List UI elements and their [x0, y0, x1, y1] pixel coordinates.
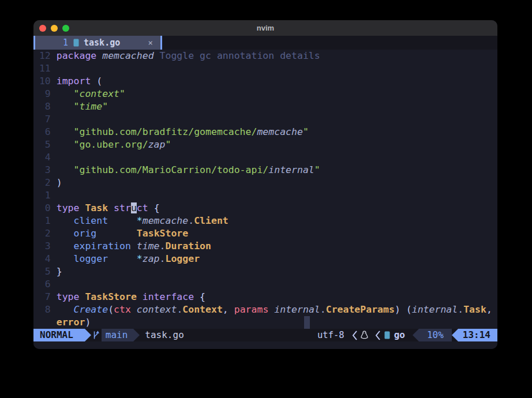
- code-line[interactable]: 2 orig TaskStore: [33, 227, 497, 240]
- code-line[interactable]: 7type TaskStore interface {: [33, 291, 497, 303]
- line-number: 1: [33, 215, 51, 227]
- line-number: 11: [33, 62, 51, 75]
- cursor-position: 13:14: [458, 329, 497, 341]
- line-number: 3: [33, 240, 51, 253]
- tab-filename: task.go: [84, 37, 120, 48]
- command-line: [33, 341, 497, 349]
- filetype-icon: [384, 331, 390, 339]
- line-number: 1: [33, 189, 51, 202]
- code-line[interactable]: 5 "go.uber.org/zap": [33, 138, 497, 151]
- code-line[interactable]: 10import (: [33, 75, 497, 88]
- line-number: 3: [33, 164, 51, 177]
- line-number: 5: [33, 138, 51, 151]
- powerline-arrow: [413, 329, 419, 341]
- tab-close-icon[interactable]: ×: [148, 38, 153, 47]
- line-number: 2: [33, 177, 51, 189]
- statusline-filename: task.go: [145, 329, 183, 341]
- code-line[interactable]: 5}: [33, 265, 497, 278]
- git-branch-segment: main: [102, 329, 134, 341]
- line-number: 6: [33, 126, 51, 138]
- code-line[interactable]: 12package memcached Toggle gc annotation…: [33, 50, 497, 62]
- git-branch-name: main: [106, 329, 128, 341]
- line-number: 4: [33, 253, 51, 265]
- tab-task-go[interactable]: 1 task.go ×: [35, 36, 160, 50]
- buffer-number: 1: [63, 37, 68, 48]
- line-number: 10: [33, 75, 51, 88]
- file-icon: [73, 39, 79, 47]
- powerline-arrow: [85, 329, 91, 341]
- line-number: 2: [33, 227, 51, 240]
- scroll-progress: 10%: [419, 329, 452, 341]
- tab-indicator-right: [160, 36, 162, 50]
- code-line[interactable]: 4 logger *zap.Logger: [33, 253, 497, 265]
- terminal-window: nvim 1 task.go × 12package memcached Tog…: [33, 20, 497, 349]
- line-number: 8: [33, 100, 51, 113]
- code-line[interactable]: 11: [33, 62, 497, 75]
- editor-area[interactable]: 12package memcached Toggle gc annotation…: [33, 50, 497, 329]
- code-line[interactable]: 3 "github.com/MarioCarrion/todo-api/inte…: [33, 164, 497, 177]
- code-line[interactable]: 2): [33, 177, 497, 189]
- line-number: 6: [33, 278, 51, 291]
- code-line[interactable]: 6: [33, 278, 497, 291]
- code-line[interactable]: 4: [33, 151, 497, 164]
- powerline-arrow: [133, 329, 140, 341]
- line-number: 7: [33, 113, 51, 126]
- filetype-label: go: [394, 329, 405, 341]
- bufferline: 1 task.go ×: [33, 36, 497, 50]
- file-encoding: utf-8: [317, 329, 344, 341]
- window-title: nvim: [33, 24, 497, 32]
- line-number: 5: [33, 265, 51, 278]
- code-line[interactable]: 8 "time": [33, 100, 497, 113]
- code-line[interactable]: 8 Create(ctx context.Context, params int…: [33, 303, 497, 316]
- git-branch-icon: [92, 330, 100, 340]
- titlebar[interactable]: nvim: [33, 20, 497, 36]
- code-line[interactable]: error): [33, 316, 497, 329]
- code-line[interactable]: 9 "context": [33, 88, 497, 100]
- code-line[interactable]: 6 "github.com/bradfitz/gomemcache/memcac…: [33, 126, 497, 138]
- colorcolumn-marker: [304, 316, 310, 329]
- code-line[interactable]: 1 client *memcache.Client: [33, 215, 497, 227]
- code-line[interactable]: 3 expiration time.Duration: [33, 240, 497, 253]
- mode-indicator: NORMAL: [33, 329, 85, 341]
- os-linux-icon: [360, 331, 369, 340]
- chevron-left-icon: [374, 331, 381, 340]
- code-line[interactable]: 7: [33, 113, 497, 126]
- line-number: 12: [33, 50, 51, 62]
- line-number: 4: [33, 151, 51, 164]
- statusline: NORMAL main task.go utf-8: [33, 329, 497, 341]
- line-number: 9: [33, 88, 51, 100]
- code-line[interactable]: 0type Task struct {: [33, 202, 497, 215]
- chevron-left-icon: [351, 331, 358, 340]
- line-number: 7: [33, 291, 51, 303]
- line-number: 0: [33, 202, 51, 215]
- line-number: 8: [33, 303, 51, 316]
- powerline-arrow: [452, 329, 458, 341]
- code-line[interactable]: 1: [33, 189, 497, 202]
